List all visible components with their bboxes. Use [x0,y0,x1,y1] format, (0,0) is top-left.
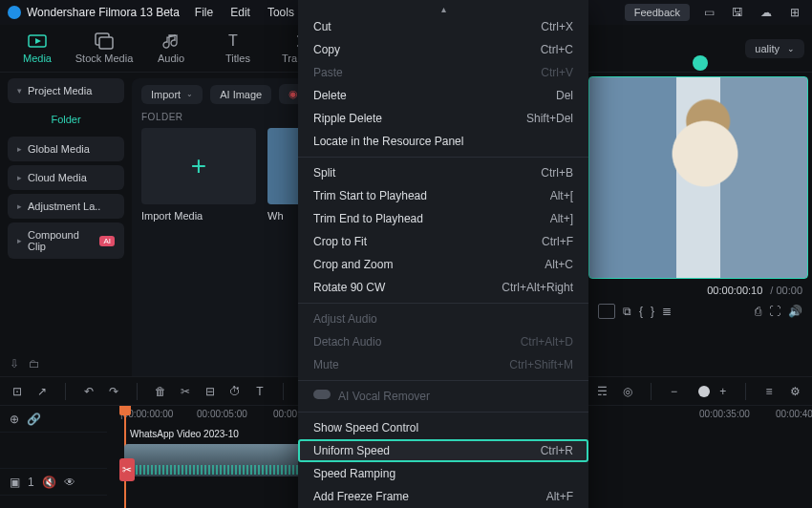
text-tool-icon[interactable]: T [252,385,267,398]
bracket-right-icon[interactable]: } [651,305,654,318]
chevron-down-icon: ⌄ [787,44,795,53]
import-dropdown[interactable]: Import⌄ [141,85,203,104]
chevron-right-icon: ▸ [17,144,22,154]
fullscreen-icon[interactable]: ⛶ [769,305,780,318]
volume-icon[interactable]: 🔊 [788,305,802,318]
ctx-ai-vocal-remover: AI Vocal Remover [298,385,588,408]
feedback-button[interactable]: Feedback [625,4,690,21]
quality-dropdown[interactable]: uality ⌄ [745,39,804,58]
crop-icon[interactable]: ⊟ [203,385,218,398]
library-sidebar: ▾ Project Media Folder ▸Global Media ▸Cl… [0,73,132,376]
ctx-delete[interactable]: DeleteDel [298,84,588,107]
ctx-rotate-90[interactable]: Rotate 90 CWCtrl+Alt+Right [298,276,588,299]
bracket-left-icon[interactable]: { [639,305,643,318]
chevron-down-icon: ▾ [17,86,22,95]
ctx-crop-to-fit[interactable]: Crop to FitCtrl+F [298,230,588,253]
select-tool-icon[interactable]: ⊡ [10,385,25,398]
audio-waveform[interactable] [124,465,325,475]
compare-icon[interactable]: ⧉ [623,305,631,318]
preview-panel: 00:00:00:10 / 00:00 ⧉ { } ≣ ⎙ ⛶ 🔊 [588,73,812,376]
grid-icon[interactable]: ⊞ [785,5,804,20]
ctx-split[interactable]: SplitCtrl+B [298,161,588,184]
stock-media-icon [95,32,114,50]
ctx-ripple-delete[interactable]: Ripple DeleteShift+Del [298,107,588,130]
track-headers: ⊕🔗 ▣1🔇👁 [0,406,107,508]
menu-tools[interactable]: Tools [267,6,294,19]
ctx-add-freeze-frame[interactable]: Add Freeze FrameAlt+F [298,485,588,508]
visibility-icon[interactable]: 👁 [64,476,75,489]
timeline-settings-icon[interactable]: ⚙ [788,385,802,398]
cloud-icon[interactable]: ☁ [757,5,776,20]
redo-icon[interactable]: ↷ [106,385,121,398]
ai-badge: AI [99,236,115,246]
video-track-icon[interactable]: ▣ [10,476,20,489]
display-icon[interactable]: ▭ [699,5,718,20]
magnet-icon[interactable]: ⊕ [10,413,19,426]
clip-filename: WhatsApp Video 2023-10 [130,429,239,439]
menu-edit[interactable]: Edit [230,6,250,19]
delete-icon[interactable]: 🗑 [153,385,168,398]
svg-marker-1 [35,38,41,44]
ctx-show-speed-control[interactable]: Show Speed Control [298,416,588,439]
sidebar-project-media[interactable]: ▾ Project Media [8,78,124,103]
chevron-right-icon: ▸ [17,201,22,211]
zoom-in-icon[interactable]: + [716,385,730,398]
audio-icon [161,32,181,50]
preview-viewport[interactable] [588,76,808,279]
ctx-adjust-audio: Adjust Audio [298,307,588,330]
timecode-display: 00:00:00:10 / 00:00 [598,285,802,296]
record-icon: ◉ [288,88,298,100]
titles-icon: T [228,32,247,50]
filmora-logo-icon [8,6,21,19]
mute-track-icon[interactable]: 🔇 [42,476,56,489]
sidebar-compound-clip[interactable]: ▸Compound ClipAI [8,222,124,259]
sidebar-folder-tab[interactable]: Folder [8,107,124,133]
chevron-right-icon: ▸ [17,173,22,182]
playhead-marker-icon[interactable] [693,55,708,71]
sidebar-global-media[interactable]: ▸Global Media [8,137,124,161]
ctx-detach-audio: Detach AudioCtrl+Alt+D [298,330,588,353]
ctx-locate-resource[interactable]: Locate in the Resource Panel [298,130,588,153]
speed-icon[interactable]: ⏱ [227,385,243,398]
import-media-tile[interactable]: + Import Media [141,128,256,222]
plus-icon: + [191,151,206,181]
arrow-tool-icon[interactable]: ↗ [34,385,50,398]
ai-image-button[interactable]: AI Image [210,85,271,104]
scroll-up-arrow-icon[interactable]: ▴ [298,4,588,15]
list-view-icon[interactable]: ≡ [761,385,776,398]
ctx-crop-and-zoom[interactable]: Crop and ZoomAlt+C [298,253,588,276]
split-icon[interactable]: ✂ [178,385,193,398]
link-icon[interactable]: 🔗 [27,413,41,426]
tab-media[interactable]: Media [8,32,67,64]
download-icon[interactable]: ⇩ [10,357,19,370]
zoom-out-icon[interactable]: − [667,385,681,398]
save-icon[interactable]: 🖫 [728,5,747,20]
media-icon [28,32,47,50]
new-folder-icon[interactable]: 🗀 [29,357,40,370]
zoom-slider[interactable] [693,391,704,392]
ctx-cut[interactable]: CutCtrl+X [298,15,588,38]
ctx-trim-start[interactable]: Trim Start to PlayheadAlt+[ [298,184,588,207]
tab-audio[interactable]: Audio [141,32,201,64]
markers-icon[interactable]: ≣ [662,305,672,318]
app-title: Wondershare Filmora 13 Beta [27,6,180,19]
ctx-trim-end[interactable]: Trim End to PlayheadAlt+] [298,207,588,230]
clip-trim-handle[interactable]: ✂ [119,458,135,481]
tab-titles[interactable]: T Titles [208,32,267,64]
menu-file[interactable]: File [195,6,213,19]
chevron-down-icon: ⌄ [186,90,193,98]
snapshot-icon[interactable]: ⎙ [755,305,761,318]
tab-stock-media[interactable]: Stock Media [75,32,134,64]
ctx-uniform-speed[interactable]: Uniform SpeedCtrl+R [298,439,588,462]
ctx-copy[interactable]: CopyCtrl+C [298,38,588,61]
ctx-mute: MuteCtrl+Shift+M [298,353,588,376]
ctx-speed-ramping[interactable]: Speed Ramping [298,462,588,485]
marker-tool-icon[interactable]: ◎ [620,385,635,398]
undo-icon[interactable]: ↶ [81,385,96,398]
chevron-right-icon: ▸ [17,236,22,245]
mixer-icon[interactable]: ☴ [595,385,610,398]
ctx-paste: PasteCtrl+V [298,61,588,84]
stop-button[interactable] [598,304,615,319]
sidebar-adjustment-layer[interactable]: ▸Adjustment La.. [8,194,124,219]
sidebar-cloud-media[interactable]: ▸Cloud Media [8,165,124,190]
